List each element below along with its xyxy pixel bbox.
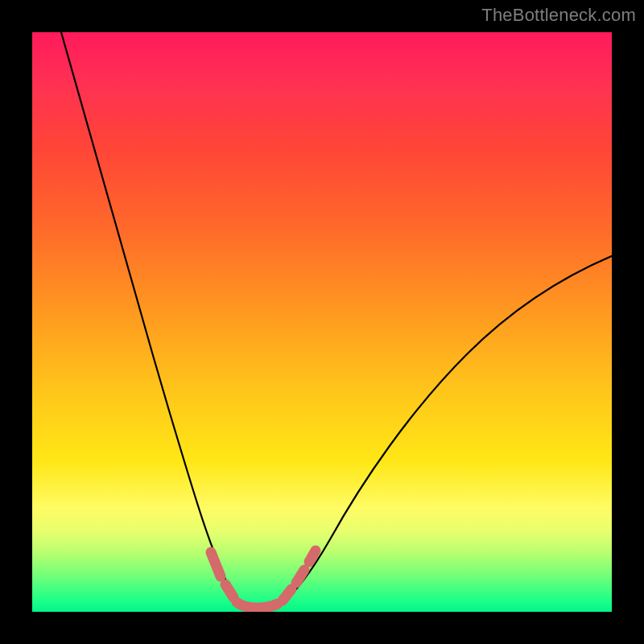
highlight-seg-2: [225, 584, 233, 597]
watermark-text: TheBottleneck.com: [481, 5, 636, 26]
bottleneck-curve-path: [61, 32, 612, 609]
highlight-seg-5: [296, 570, 304, 583]
highlight-seg-4: [283, 589, 291, 601]
chart-frame: TheBottleneck.com: [0, 0, 644, 644]
highlight-seg-1: [211, 552, 221, 576]
curve-svg: [32, 32, 612, 612]
plot-area: [32, 32, 612, 612]
highlight-seg-3: [237, 602, 278, 608]
highlight-seg-6: [309, 551, 316, 562]
